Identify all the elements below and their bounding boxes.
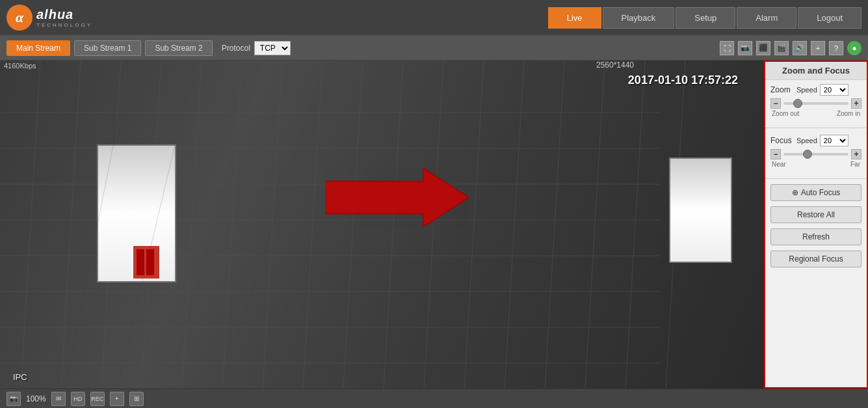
focus-plus-button[interactable]: + [851, 149, 861, 159]
zoom-percent: 100% [26, 394, 46, 403]
video-resolution: 2560*1440 [596, 61, 634, 70]
focus-speed-select[interactable]: 201030 [820, 135, 848, 146]
zoom-plus-button[interactable]: + [851, 98, 861, 109]
focus-minus-button[interactable]: − [770, 149, 781, 159]
nav-tab-alarm[interactable]: Alarm [737, 7, 796, 29]
logo-icon: α [7, 5, 33, 31]
logo-text: alhua TECHNOLOGY [36, 7, 92, 28]
nav-tab-live[interactable]: Live [548, 7, 601, 29]
zoom-speed-label: Speed [796, 86, 817, 94]
refresh-button[interactable]: Refresh [770, 228, 861, 245]
regional-focus-button[interactable]: Regional Focus [770, 251, 861, 267]
video-area[interactable]: 4160Kbps 2560*1440 2017-01-10 17:57:22 I… [0, 61, 764, 388]
auto-focus-button[interactable]: ⊕ Auto Focus [770, 184, 861, 201]
autofocus-icon: ⊕ [792, 188, 798, 197]
zoom-in-label: Zoom in [837, 110, 860, 117]
restore-all-button[interactable]: Restore All [770, 206, 861, 223]
video-bitrate: 4160Kbps [0, 61, 40, 71]
focus-slider-thumb[interactable] [803, 150, 812, 159]
nav-tab-setup[interactable]: Setup [676, 7, 735, 29]
nav-tab-playback[interactable]: Playback [603, 7, 675, 29]
camera-icon[interactable]: 📷 [7, 392, 21, 406]
nav-tab-logout[interactable]: Logout [798, 7, 861, 29]
fullscreen-icon[interactable]: ⛶ [720, 41, 734, 55]
main-stream-button[interactable]: Main Stream [7, 40, 70, 56]
divider2 [765, 178, 867, 179]
video-timestamp: 2017-01-10 17:57:22 [628, 74, 738, 87]
help-icon[interactable]: ? [829, 41, 843, 55]
zoom-section: Zoom Speed 201030 − + Zoom out Zoom in [765, 80, 867, 125]
status-icon[interactable]: ● [847, 41, 861, 55]
audio-icon[interactable]: 🔊 [793, 41, 807, 55]
add-icon[interactable]: + [811, 41, 825, 55]
divider1 [765, 128, 867, 128]
focus-label: Focus [770, 136, 794, 145]
record2-icon[interactable]: REC [90, 392, 105, 406]
record-icon[interactable]: ⬛ [756, 41, 770, 55]
video-label: IPC [13, 372, 27, 382]
video-icon[interactable]: 🎬 [774, 41, 789, 55]
focus-slider-track[interactable] [783, 153, 848, 156]
focus-section: Focus Speed 201030 − + Near Far [765, 131, 867, 176]
svg-marker-0 [326, 168, 469, 226]
toolbar-icons: ⛶ 📷 ⬛ 🎬 🔊 + ? ● [720, 41, 861, 55]
red-arrow-annotation [326, 168, 469, 228]
protocol-select[interactable]: TCP UDP [254, 41, 291, 55]
focus-slider-row: − + [770, 149, 861, 159]
focus-speed-label: Speed [796, 137, 817, 144]
focus-control-row: Focus Speed 201030 [770, 135, 861, 146]
zoom-out-label: Zoom out [772, 110, 799, 117]
bottom-bar: 📷 100% ✉ HD REC + ⊞ [0, 388, 868, 408]
zoom-label: Zoom [770, 85, 794, 94]
hd-icon[interactable]: HD [71, 392, 85, 406]
focus-labels: Near Far [770, 161, 861, 168]
protocol-label: Protocol [222, 44, 250, 53]
header: α alhua TECHNOLOGY Live Playback Setup A… [0, 0, 868, 36]
stream-bar: Main Stream Sub Stream 1 Sub Stream 2 Pr… [0, 36, 868, 61]
zoom-slider-thumb[interactable] [793, 99, 802, 108]
sub-stream1-button[interactable]: Sub Stream 1 [74, 40, 141, 56]
sub-stream2-button[interactable]: Sub Stream 2 [145, 40, 212, 56]
grid-icon[interactable]: ⊞ [129, 392, 144, 406]
main-content: 4160Kbps 2560*1440 2017-01-10 17:57:22 I… [0, 61, 868, 388]
zoom-labels: Zoom out Zoom in [770, 110, 861, 117]
zoom-slider-track[interactable] [783, 102, 848, 105]
add2-icon[interactable]: + [110, 392, 124, 406]
snapshot-icon[interactable]: 📷 [738, 41, 752, 55]
zoom-minus-button[interactable]: − [770, 98, 781, 109]
zoom-slider-row: − + [770, 98, 861, 109]
logo: α alhua TECHNOLOGY [7, 5, 92, 31]
right-panel: Zoom and Focus Zoom Speed 201030 − + Zoo… [764, 61, 868, 388]
far-label: Far [850, 161, 860, 168]
panel-title: Zoom and Focus [765, 62, 867, 80]
near-label: Near [772, 161, 786, 168]
zoom-control-row: Zoom Speed 201030 [770, 84, 861, 96]
zoom-speed-select[interactable]: 201030 [820, 84, 848, 96]
email-icon[interactable]: ✉ [51, 392, 66, 406]
nav-tabs: Live Playback Setup Alarm Logout [548, 7, 861, 29]
